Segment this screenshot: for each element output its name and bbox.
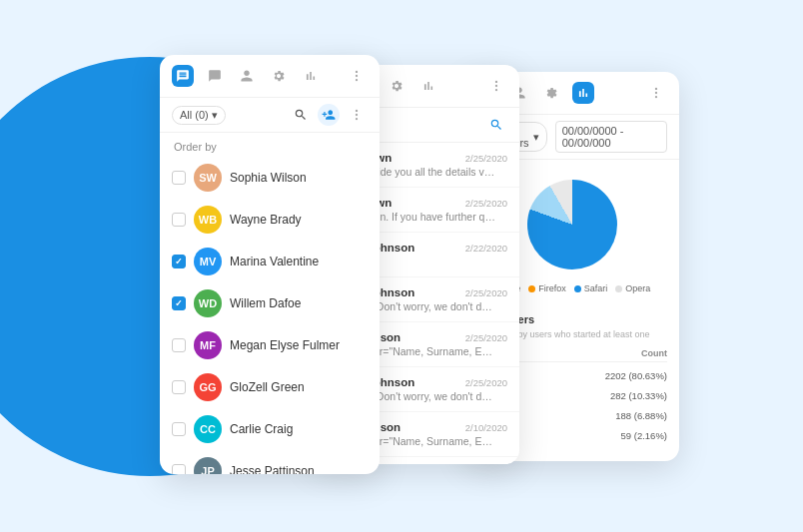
browser-count-2: 188 (6.88%) (615, 410, 667, 421)
filter-count: (0) (195, 109, 208, 121)
svg-point-5 (356, 118, 358, 120)
settings-icon-2[interactable] (386, 75, 407, 97)
svg-point-11 (655, 96, 657, 98)
browser-count-0: 2202 (80.63%) (605, 370, 667, 381)
legend-dot-3 (615, 285, 622, 292)
legend-label-2: Safari (584, 283, 608, 293)
chart-icon[interactable] (300, 65, 322, 87)
dropdown-arrow: ▾ (212, 109, 218, 122)
toolbar-contacts (160, 55, 380, 98)
contact-checkbox-2[interactable] (172, 255, 186, 268)
more-icon-2[interactable] (485, 75, 507, 97)
settings-icon[interactable] (268, 65, 290, 87)
contact-name-1: Wayne Brady (230, 213, 302, 227)
chart-icon-3[interactable] (572, 82, 594, 104)
contact-checkbox-5[interactable] (172, 380, 186, 394)
contact-checkbox-0[interactable] (172, 171, 186, 185)
contact-row[interactable]: MF Megan Elyse Fulmer (160, 324, 380, 366)
settings-icon-3[interactable] (540, 82, 562, 104)
date-range[interactable]: 00/00/0000 - 00/00/000 (555, 121, 667, 153)
contact-name-6: Carlie Craig (230, 422, 293, 436)
svg-point-4 (356, 114, 358, 116)
avatar-6: CC (194, 415, 222, 443)
msg-date-4: 2/25/2020 (465, 332, 507, 343)
contact-checkbox-3[interactable] (172, 296, 186, 310)
search-actions (290, 104, 368, 126)
msg-date-0: 2/25/2020 (465, 153, 507, 164)
legend-item-3: Opera (615, 283, 650, 293)
svg-point-3 (356, 110, 358, 112)
panels-container: All (0) ▾ Order by SW S (0, 0, 803, 532)
contact-checkbox-6[interactable] (172, 422, 186, 436)
contact-name-7: Jesse Pattinson (230, 464, 315, 474)
avatar-4: MF (194, 331, 222, 359)
contacts-list: SW Sophia Wilson WB Wayne Brady MV Marin… (160, 157, 380, 474)
browser-count-3: 59 (2.16%) (621, 430, 667, 441)
filter-label: All (180, 109, 192, 121)
contact-name-4: Megan Elyse Fulmer (230, 338, 340, 352)
more-icon-3[interactable] (645, 82, 667, 104)
svg-point-8 (495, 89, 497, 91)
svg-point-1 (356, 75, 358, 77)
svg-point-0 (356, 71, 358, 73)
svg-point-7 (495, 85, 497, 87)
contact-row[interactable]: SW Sophia Wilson (160, 157, 380, 199)
search-bar-contacts: All (0) ▾ (160, 98, 380, 133)
svg-point-10 (655, 92, 657, 94)
msg-date-5: 2/25/2020 (465, 377, 507, 388)
avatar-1: WB (194, 206, 222, 234)
contact-name-2: Marina Valentine (230, 255, 319, 268)
order-label: Order by (160, 133, 380, 157)
contact-row[interactable]: CC Carlie Craig (160, 408, 380, 450)
avatar-0: SW (194, 164, 222, 192)
user-add-icon[interactable] (318, 104, 340, 126)
svg-point-6 (495, 81, 497, 83)
contact-row[interactable]: WD Willem Dafoe (160, 282, 380, 324)
avatar-5: GG (194, 373, 222, 401)
contact-checkbox-4[interactable] (172, 338, 186, 352)
msg-date-3: 2/25/2020 (465, 287, 507, 298)
col-count: Count (641, 348, 667, 358)
msg-date-1: 2/25/2020 (465, 198, 507, 209)
legend-dot-2 (574, 285, 581, 292)
browser-count-1: 282 (10.33%) (610, 390, 667, 401)
user-icon[interactable] (236, 65, 258, 87)
search-icon[interactable] (290, 104, 312, 126)
legend-label-1: Firefox (538, 283, 566, 293)
msg-date-2: 2/22/2020 (465, 243, 507, 254)
legend-item-2: Safari (574, 283, 608, 293)
more-icon[interactable] (346, 65, 368, 87)
contact-row[interactable]: GG GloZell Green (160, 366, 380, 408)
contact-row[interactable]: JP Jesse Pattinson (160, 450, 380, 474)
contact-name-5: GloZell Green (230, 380, 305, 394)
more-options-icon[interactable] (346, 104, 368, 126)
legend-label-3: Opera (625, 283, 650, 293)
contact-checkbox-1[interactable] (172, 213, 186, 227)
legend-dot-1 (528, 285, 535, 292)
svg-point-9 (655, 88, 657, 90)
chat-alt-icon[interactable] (204, 65, 226, 87)
panel-contacts: All (0) ▾ Order by SW S (160, 55, 380, 474)
contact-row[interactable]: MV Marina Valentine (160, 241, 380, 282)
search-icon-2[interactable] (485, 114, 507, 136)
msg-date-6: 2/10/2020 (465, 422, 507, 433)
contact-name-0: Sophia Wilson (230, 171, 307, 185)
legend-item-1: Firefox (528, 283, 566, 293)
contact-row[interactable]: WB Wayne Brady (160, 199, 380, 241)
avatar-2: MV (194, 248, 222, 275)
avatar-7: JP (194, 457, 222, 474)
all-filter[interactable]: All (0) ▾ (172, 106, 226, 125)
contact-checkbox-7[interactable] (172, 464, 186, 474)
contact-name-3: Willem Dafoe (230, 296, 301, 310)
avatar-3: WD (194, 289, 222, 317)
pie-chart (527, 180, 617, 269)
svg-point-2 (356, 79, 358, 81)
chat-icon[interactable] (172, 65, 194, 87)
chart-icon-2[interactable] (417, 75, 439, 97)
